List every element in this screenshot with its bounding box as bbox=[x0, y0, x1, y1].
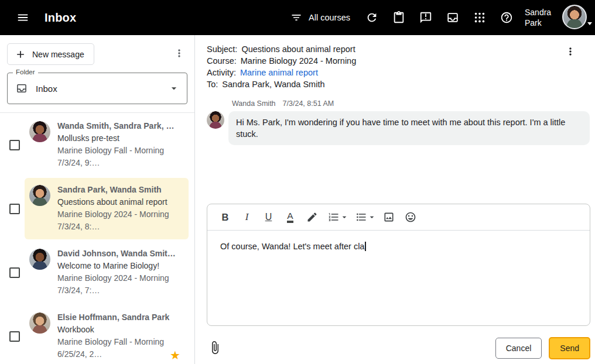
apps-grid-icon bbox=[473, 11, 486, 24]
message-subject: Mollusks pre-test bbox=[57, 132, 184, 145]
message-subject: Welcome to Marine Biology! bbox=[57, 260, 184, 272]
message-list-item[interactable]: Sandra Park, Wanda Smith Questions about… bbox=[0, 177, 194, 241]
refresh-icon bbox=[365, 11, 378, 24]
message-bubble: Hi Ms. Park, I'm wondering if you have t… bbox=[228, 111, 590, 145]
message-course: Marine Biology Fall - Morning bbox=[57, 145, 184, 157]
clipboard-icon bbox=[392, 11, 405, 24]
numbered-list-icon bbox=[328, 211, 340, 223]
message-participants: Sandra Park, Wanda Smith bbox=[57, 184, 184, 196]
message-header: Subject:Questions about animal report Co… bbox=[196, 35, 595, 90]
account-chevron-icon bbox=[587, 22, 592, 28]
insert-image-button[interactable] bbox=[378, 207, 399, 227]
message-checkbox[interactable] bbox=[9, 140, 20, 150]
compose-footer: Cancel Send bbox=[207, 337, 590, 359]
inbox-tray-button[interactable] bbox=[439, 4, 466, 31]
message-summary: Sandra Park, Wanda Smith Questions about… bbox=[57, 184, 184, 233]
message-thread: Wanda Smith7/3/24, 8:51 AM Hi Ms. Park, … bbox=[196, 90, 595, 145]
message-summary: David Johnson, Wanda Smit… Welcome to Ma… bbox=[57, 248, 184, 297]
message-card[interactable]: Elsie Hoffmann, Sandra Park Workbook Mar… bbox=[25, 305, 189, 364]
message-course: Marine Biology Fall - Morning bbox=[57, 336, 184, 348]
course-label: Course: bbox=[207, 56, 237, 66]
compose-input[interactable]: Of course, Wanda! Let's meet after cla bbox=[207, 231, 590, 316]
highlighter-icon bbox=[306, 211, 318, 223]
plus-icon bbox=[15, 49, 26, 60]
message-date: 6/25/24, 2… bbox=[57, 348, 102, 360]
message-list: Wanda Smith, Sandra Park, … Mollusks pre… bbox=[0, 113, 194, 364]
emoji-button[interactable] bbox=[399, 207, 421, 227]
to-value: Sandra Park, Wanda Smith bbox=[222, 80, 324, 89]
draft-text: Of course, Wanda! Let's meet after cla bbox=[220, 242, 364, 251]
user-name: Sandra Park bbox=[525, 7, 558, 28]
sender-avatar bbox=[207, 111, 224, 129]
announcement-icon bbox=[419, 11, 432, 24]
text-color-button[interactable]: A bbox=[279, 207, 301, 227]
avatar bbox=[29, 185, 50, 206]
text-cursor bbox=[365, 242, 366, 251]
highlight-button[interactable] bbox=[301, 207, 323, 227]
hamburger-menu-icon[interactable] bbox=[9, 4, 36, 31]
refresh-button[interactable] bbox=[358, 4, 385, 31]
image-icon bbox=[383, 211, 395, 223]
subject-line: Subject:Questions about animal report bbox=[207, 43, 356, 55]
account-avatar[interactable] bbox=[562, 5, 587, 31]
folder-value: Inbox bbox=[36, 84, 160, 94]
inbox-icon bbox=[16, 83, 28, 94]
underline-button[interactable]: U bbox=[258, 207, 279, 227]
kebab-menu-icon bbox=[565, 46, 576, 57]
message-participants: Elsie Hoffmann, Sandra Park bbox=[57, 311, 184, 324]
attach-file-button[interactable] bbox=[207, 339, 223, 358]
message-checkbox[interactable] bbox=[9, 267, 20, 278]
sidebar-toolbar: New message bbox=[0, 35, 194, 70]
chevron-down-icon bbox=[168, 83, 180, 94]
course-line: Course:Marine Biology 2024 - Morning bbox=[207, 55, 356, 67]
message-summary: Wanda Smith, Sandra Park, … Mollusks pre… bbox=[57, 120, 184, 169]
message-card-selected[interactable]: Sandra Park, Wanda Smith Questions about… bbox=[25, 178, 189, 239]
apps-grid-button[interactable] bbox=[466, 4, 493, 31]
numbered-list-dropdown[interactable] bbox=[340, 207, 349, 227]
chevron-down-icon bbox=[367, 212, 377, 222]
message-subject: Workbook bbox=[57, 324, 184, 336]
activity-line: Activity:Marine animal report bbox=[207, 67, 356, 78]
bulleted-list-dropdown[interactable] bbox=[367, 207, 377, 227]
cancel-button[interactable]: Cancel bbox=[495, 338, 542, 359]
chevron-down-icon bbox=[340, 212, 349, 222]
folder-select[interactable]: Folder Inbox bbox=[7, 73, 187, 104]
message-date: 7/3/24, 7:… bbox=[57, 284, 100, 297]
italic-button[interactable]: I bbox=[236, 207, 258, 227]
bulleted-list-icon bbox=[355, 211, 367, 223]
avatar bbox=[29, 121, 50, 142]
new-message-button[interactable]: New message bbox=[7, 43, 94, 65]
course-value: Marine Biology 2024 - Morning bbox=[241, 56, 356, 66]
avatar bbox=[29, 313, 50, 334]
new-message-label: New message bbox=[32, 50, 84, 59]
top-bar: Inbox All courses Sandra Park bbox=[0, 0, 595, 35]
compose-toolbar: B I U A bbox=[207, 204, 590, 231]
sidebar-menu-button[interactable] bbox=[171, 45, 187, 63]
message-list-item[interactable]: Wanda Smith, Sandra Park, … Mollusks pre… bbox=[0, 113, 194, 177]
inbox-sidebar: New message Folder Inbox Wanda Smith, Sa… bbox=[0, 35, 195, 364]
subject-value: Questions about animal report bbox=[241, 44, 355, 54]
folder-select-label: Folder bbox=[13, 68, 38, 75]
subject-label: Subject: bbox=[207, 44, 237, 54]
activity-label: Activity: bbox=[207, 68, 236, 77]
message-checkbox[interactable] bbox=[9, 204, 20, 214]
clipboard-button[interactable] bbox=[385, 4, 412, 31]
announcements-button[interactable] bbox=[412, 4, 439, 31]
activity-link[interactable]: Marine animal report bbox=[240, 68, 318, 77]
help-button[interactable] bbox=[493, 4, 520, 31]
paperclip-icon bbox=[208, 341, 222, 355]
thread-meta: Wanda Smith7/3/24, 8:51 AM bbox=[232, 99, 590, 108]
all-courses-filter[interactable]: All courses bbox=[288, 8, 353, 27]
message-menu-button[interactable] bbox=[562, 43, 579, 61]
message-card[interactable]: Wanda Smith, Sandra Park, … Mollusks pre… bbox=[25, 114, 189, 176]
bold-button[interactable]: B bbox=[214, 207, 236, 227]
message-list-item[interactable]: Elsie Hoffmann, Sandra Park Workbook Mar… bbox=[0, 304, 194, 364]
message-checkbox[interactable] bbox=[9, 331, 20, 342]
message-card[interactable]: David Johnson, Wanda Smit… Welcome to Ma… bbox=[25, 242, 189, 303]
all-courses-label: All courses bbox=[309, 13, 350, 22]
message-date: 7/3/24, 9:… bbox=[57, 157, 100, 169]
message-list-item[interactable]: David Johnson, Wanda Smit… Welcome to Ma… bbox=[0, 241, 194, 304]
star-icon[interactable]: ★ bbox=[170, 350, 180, 360]
send-button[interactable]: Send bbox=[549, 337, 590, 359]
thread-body: Wanda Smith7/3/24, 8:51 AM Hi Ms. Park, … bbox=[228, 99, 590, 145]
